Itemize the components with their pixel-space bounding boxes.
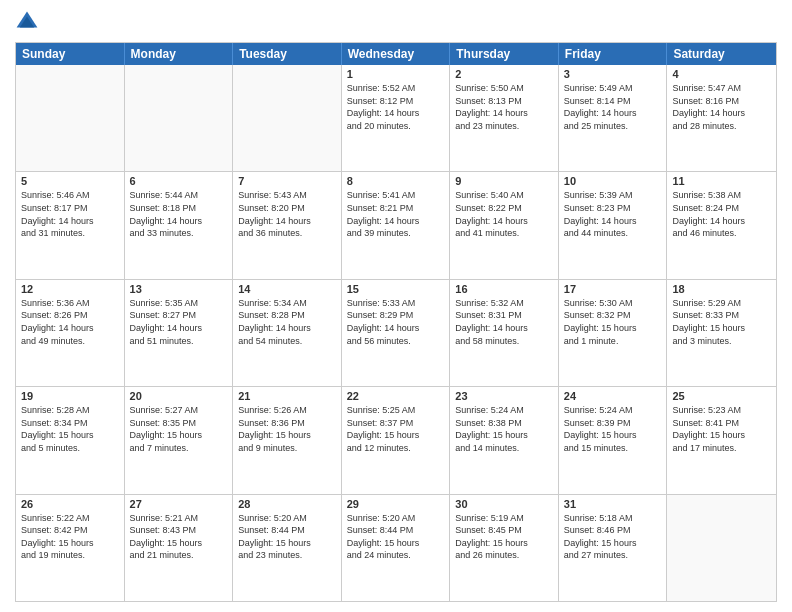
calendar-cell-23: 23Sunrise: 5:24 AM Sunset: 8:38 PM Dayli…: [450, 387, 559, 493]
day-number: 2: [455, 68, 553, 80]
cell-content: Sunrise: 5:36 AM Sunset: 8:26 PM Dayligh…: [21, 297, 119, 347]
calendar-cell-6: 6Sunrise: 5:44 AM Sunset: 8:18 PM Daylig…: [125, 172, 234, 278]
calendar-body: 1Sunrise: 5:52 AM Sunset: 8:12 PM Daylig…: [16, 65, 776, 601]
day-number: 10: [564, 175, 662, 187]
calendar-cell-31: 31Sunrise: 5:18 AM Sunset: 8:46 PM Dayli…: [559, 495, 668, 601]
calendar: SundayMondayTuesdayWednesdayThursdayFrid…: [15, 42, 777, 602]
day-number: 15: [347, 283, 445, 295]
cell-content: Sunrise: 5:18 AM Sunset: 8:46 PM Dayligh…: [564, 512, 662, 562]
calendar-cell-empty-0-2: [233, 65, 342, 171]
calendar-cell-empty-0-0: [16, 65, 125, 171]
calendar-cell-7: 7Sunrise: 5:43 AM Sunset: 8:20 PM Daylig…: [233, 172, 342, 278]
day-number: 12: [21, 283, 119, 295]
calendar-cell-5: 5Sunrise: 5:46 AM Sunset: 8:17 PM Daylig…: [16, 172, 125, 278]
day-number: 20: [130, 390, 228, 402]
day-number: 13: [130, 283, 228, 295]
calendar-cell-28: 28Sunrise: 5:20 AM Sunset: 8:44 PM Dayli…: [233, 495, 342, 601]
cell-content: Sunrise: 5:44 AM Sunset: 8:18 PM Dayligh…: [130, 189, 228, 239]
calendar-cell-8: 8Sunrise: 5:41 AM Sunset: 8:21 PM Daylig…: [342, 172, 451, 278]
logo: [15, 10, 43, 34]
day-number: 14: [238, 283, 336, 295]
calendar-cell-22: 22Sunrise: 5:25 AM Sunset: 8:37 PM Dayli…: [342, 387, 451, 493]
calendar-cell-17: 17Sunrise: 5:30 AM Sunset: 8:32 PM Dayli…: [559, 280, 668, 386]
calendar-cell-12: 12Sunrise: 5:36 AM Sunset: 8:26 PM Dayli…: [16, 280, 125, 386]
header-day-wednesday: Wednesday: [342, 43, 451, 65]
header-day-friday: Friday: [559, 43, 668, 65]
day-number: 25: [672, 390, 771, 402]
cell-content: Sunrise: 5:22 AM Sunset: 8:42 PM Dayligh…: [21, 512, 119, 562]
calendar-cell-19: 19Sunrise: 5:28 AM Sunset: 8:34 PM Dayli…: [16, 387, 125, 493]
cell-content: Sunrise: 5:27 AM Sunset: 8:35 PM Dayligh…: [130, 404, 228, 454]
day-number: 8: [347, 175, 445, 187]
calendar-cell-20: 20Sunrise: 5:27 AM Sunset: 8:35 PM Dayli…: [125, 387, 234, 493]
cell-content: Sunrise: 5:24 AM Sunset: 8:39 PM Dayligh…: [564, 404, 662, 454]
calendar-row-5: 26Sunrise: 5:22 AM Sunset: 8:42 PM Dayli…: [16, 495, 776, 601]
day-number: 4: [672, 68, 771, 80]
calendar-cell-14: 14Sunrise: 5:34 AM Sunset: 8:28 PM Dayli…: [233, 280, 342, 386]
calendar-cell-10: 10Sunrise: 5:39 AM Sunset: 8:23 PM Dayli…: [559, 172, 668, 278]
cell-content: Sunrise: 5:47 AM Sunset: 8:16 PM Dayligh…: [672, 82, 771, 132]
day-number: 28: [238, 498, 336, 510]
cell-content: Sunrise: 5:46 AM Sunset: 8:17 PM Dayligh…: [21, 189, 119, 239]
header-day-tuesday: Tuesday: [233, 43, 342, 65]
day-number: 18: [672, 283, 771, 295]
day-number: 21: [238, 390, 336, 402]
calendar-cell-21: 21Sunrise: 5:26 AM Sunset: 8:36 PM Dayli…: [233, 387, 342, 493]
cell-content: Sunrise: 5:43 AM Sunset: 8:20 PM Dayligh…: [238, 189, 336, 239]
cell-content: Sunrise: 5:41 AM Sunset: 8:21 PM Dayligh…: [347, 189, 445, 239]
cell-content: Sunrise: 5:19 AM Sunset: 8:45 PM Dayligh…: [455, 512, 553, 562]
calendar-cell-3: 3Sunrise: 5:49 AM Sunset: 8:14 PM Daylig…: [559, 65, 668, 171]
cell-content: Sunrise: 5:34 AM Sunset: 8:28 PM Dayligh…: [238, 297, 336, 347]
calendar-cell-18: 18Sunrise: 5:29 AM Sunset: 8:33 PM Dayli…: [667, 280, 776, 386]
calendar-cell-29: 29Sunrise: 5:20 AM Sunset: 8:44 PM Dayli…: [342, 495, 451, 601]
calendar-cell-9: 9Sunrise: 5:40 AM Sunset: 8:22 PM Daylig…: [450, 172, 559, 278]
page: SundayMondayTuesdayWednesdayThursdayFrid…: [0, 0, 792, 612]
day-number: 30: [455, 498, 553, 510]
day-number: 26: [21, 498, 119, 510]
calendar-header: SundayMondayTuesdayWednesdayThursdayFrid…: [16, 43, 776, 65]
day-number: 23: [455, 390, 553, 402]
calendar-cell-empty-0-1: [125, 65, 234, 171]
day-number: 17: [564, 283, 662, 295]
cell-content: Sunrise: 5:30 AM Sunset: 8:32 PM Dayligh…: [564, 297, 662, 347]
day-number: 11: [672, 175, 771, 187]
calendar-row-1: 1Sunrise: 5:52 AM Sunset: 8:12 PM Daylig…: [16, 65, 776, 172]
calendar-cell-30: 30Sunrise: 5:19 AM Sunset: 8:45 PM Dayli…: [450, 495, 559, 601]
calendar-cell-27: 27Sunrise: 5:21 AM Sunset: 8:43 PM Dayli…: [125, 495, 234, 601]
header-day-monday: Monday: [125, 43, 234, 65]
day-number: 7: [238, 175, 336, 187]
day-number: 1: [347, 68, 445, 80]
day-number: 9: [455, 175, 553, 187]
cell-content: Sunrise: 5:40 AM Sunset: 8:22 PM Dayligh…: [455, 189, 553, 239]
calendar-cell-13: 13Sunrise: 5:35 AM Sunset: 8:27 PM Dayli…: [125, 280, 234, 386]
calendar-cell-1: 1Sunrise: 5:52 AM Sunset: 8:12 PM Daylig…: [342, 65, 451, 171]
cell-content: Sunrise: 5:23 AM Sunset: 8:41 PM Dayligh…: [672, 404, 771, 454]
logo-icon: [15, 10, 39, 34]
day-number: 19: [21, 390, 119, 402]
day-number: 27: [130, 498, 228, 510]
cell-content: Sunrise: 5:28 AM Sunset: 8:34 PM Dayligh…: [21, 404, 119, 454]
calendar-cell-empty-4-6: [667, 495, 776, 601]
cell-content: Sunrise: 5:32 AM Sunset: 8:31 PM Dayligh…: [455, 297, 553, 347]
header-day-saturday: Saturday: [667, 43, 776, 65]
day-number: 3: [564, 68, 662, 80]
cell-content: Sunrise: 5:24 AM Sunset: 8:38 PM Dayligh…: [455, 404, 553, 454]
calendar-cell-4: 4Sunrise: 5:47 AM Sunset: 8:16 PM Daylig…: [667, 65, 776, 171]
cell-content: Sunrise: 5:25 AM Sunset: 8:37 PM Dayligh…: [347, 404, 445, 454]
calendar-cell-15: 15Sunrise: 5:33 AM Sunset: 8:29 PM Dayli…: [342, 280, 451, 386]
cell-content: Sunrise: 5:33 AM Sunset: 8:29 PM Dayligh…: [347, 297, 445, 347]
day-number: 29: [347, 498, 445, 510]
calendar-cell-16: 16Sunrise: 5:32 AM Sunset: 8:31 PM Dayli…: [450, 280, 559, 386]
cell-content: Sunrise: 5:49 AM Sunset: 8:14 PM Dayligh…: [564, 82, 662, 132]
header: [15, 10, 777, 34]
cell-content: Sunrise: 5:52 AM Sunset: 8:12 PM Dayligh…: [347, 82, 445, 132]
calendar-cell-25: 25Sunrise: 5:23 AM Sunset: 8:41 PM Dayli…: [667, 387, 776, 493]
cell-content: Sunrise: 5:26 AM Sunset: 8:36 PM Dayligh…: [238, 404, 336, 454]
calendar-cell-26: 26Sunrise: 5:22 AM Sunset: 8:42 PM Dayli…: [16, 495, 125, 601]
header-day-thursday: Thursday: [450, 43, 559, 65]
cell-content: Sunrise: 5:29 AM Sunset: 8:33 PM Dayligh…: [672, 297, 771, 347]
calendar-cell-24: 24Sunrise: 5:24 AM Sunset: 8:39 PM Dayli…: [559, 387, 668, 493]
day-number: 31: [564, 498, 662, 510]
calendar-row-3: 12Sunrise: 5:36 AM Sunset: 8:26 PM Dayli…: [16, 280, 776, 387]
header-day-sunday: Sunday: [16, 43, 125, 65]
